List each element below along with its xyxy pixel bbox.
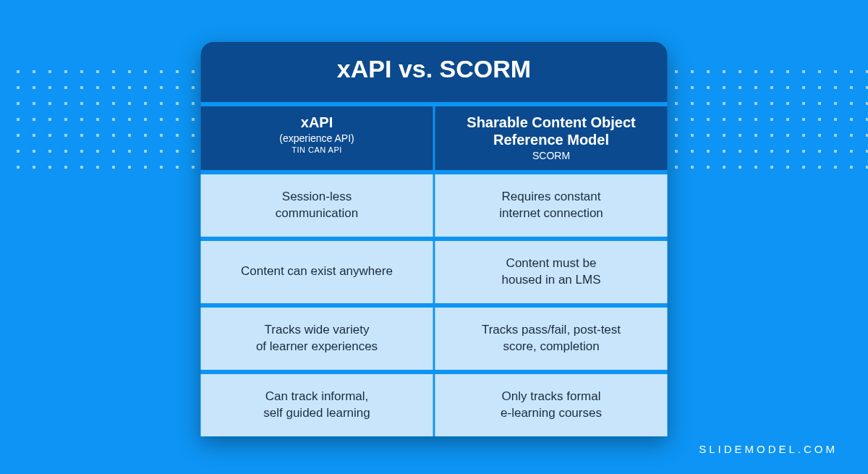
column-header-xapi: xAPI (experience API) TIN CAN API — [201, 106, 435, 170]
table-row: Tracks wide variety of learner experienc… — [201, 308, 668, 370]
table-row: Can track informal, self guided learning… — [201, 374, 668, 436]
decorative-dots-right — [637, 64, 868, 176]
xapi-tag: TIN CAN API — [207, 145, 427, 154]
cell-scorm-1: Content must be housed in an LMS — [435, 241, 668, 303]
cell-xapi-1: Content can exist anywhere — [201, 241, 435, 303]
table-row: Session-less communication Requires cons… — [201, 174, 668, 237]
cell-xapi-0: Session-less communication — [201, 174, 435, 237]
cell-scorm-2: Tracks pass/fail, post-test score, compl… — [435, 308, 668, 370]
xapi-name: xAPI — [207, 114, 427, 131]
scorm-name: Sharable Content Object Reference Model — [441, 114, 662, 148]
cell-xapi-3: Can track informal, self guided learning — [201, 374, 435, 436]
scorm-subtitle: SCORM — [441, 150, 662, 161]
cell-scorm-3: Only tracks formal e-learning courses — [435, 374, 668, 436]
cell-scorm-0: Requires constant internet connection — [435, 174, 668, 237]
cell-xapi-2: Tracks wide variety of learner experienc… — [201, 308, 435, 370]
column-header-scorm: Sharable Content Object Reference Model … — [435, 106, 668, 170]
decorative-dots-left — [10, 64, 198, 176]
comparison-card: xAPI vs. SCORM xAPI (experience API) TIN… — [201, 42, 668, 436]
column-header-row: xAPI (experience API) TIN CAN API Sharab… — [201, 106, 668, 170]
xapi-subtitle: (experience API) — [207, 132, 427, 144]
slide-title: xAPI vs. SCORM — [201, 42, 668, 102]
attribution: SLIDEMODEL.COM — [699, 443, 838, 455]
table-row: Content can exist anywhere Content must … — [201, 241, 668, 303]
